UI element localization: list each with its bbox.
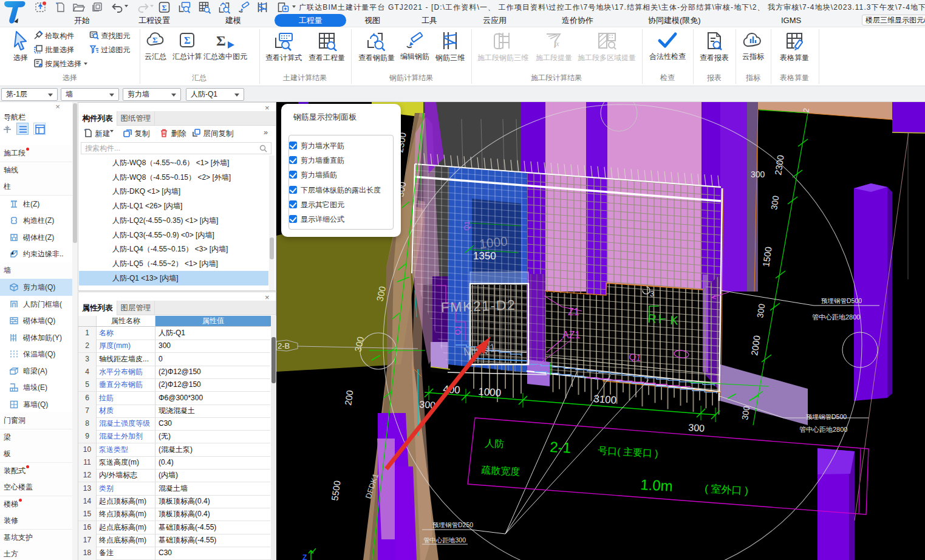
- svg-text:管中心距地2800: 管中心距地2800: [812, 313, 860, 321]
- svg-text:疏散宽度: 疏散宽度: [481, 465, 521, 477]
- svg-text:Σ: Σ: [216, 33, 226, 49]
- svg-text:2-1: 2-1: [550, 439, 572, 456]
- svg-text:预埋钢管D500: 预埋钢管D500: [806, 413, 847, 420]
- svg-text:预埋钢管D250: 预埋钢管D250: [432, 521, 473, 528]
- svg-text:R: R: [647, 312, 657, 326]
- svg-text:300: 300: [755, 303, 766, 319]
- svg-text:Z: Z: [302, 553, 307, 560]
- svg-text:200: 200: [343, 389, 355, 406]
- svg-text:管中心距地300: 管中心距地300: [423, 536, 466, 544]
- svg-text:1.0m: 1.0m: [640, 476, 674, 494]
- svg-text:Q1: Q1: [462, 220, 471, 231]
- svg-text:1000: 1000: [478, 386, 502, 399]
- svg-text:3100: 3100: [593, 393, 617, 406]
- svg-text:预埋钢管D500: 预埋钢管D500: [821, 297, 862, 304]
- svg-text:1000: 1000: [479, 234, 508, 251]
- svg-text:Q1: Q1: [453, 325, 462, 335]
- svg-text:FMK21-D2: FMK21-D2: [440, 297, 515, 315]
- svg-text:300: 300: [688, 422, 705, 434]
- svg-text:AZ1: AZ1: [562, 330, 580, 340]
- svg-text:( 室外口 ): ( 室外口 ): [705, 483, 749, 497]
- svg-text:K: K: [670, 313, 679, 327]
- svg-text:2-B: 2-B: [278, 341, 290, 350]
- svg-text:人防: 人防: [485, 438, 505, 449]
- svg-text:fx: fx: [554, 39, 559, 48]
- svg-text:Q1: Q1: [629, 351, 642, 363]
- svg-text:Σ: Σ: [162, 4, 167, 12]
- svg-text:3: 3: [650, 289, 654, 298]
- svg-text:1350: 1350: [473, 250, 496, 262]
- svg-text:300: 300: [740, 405, 751, 421]
- svg-text:管中心距地2800: 管中心距地2800: [799, 426, 847, 433]
- svg-text:300: 300: [751, 169, 765, 179]
- svg-text:300: 300: [769, 195, 780, 211]
- svg-text:Z1: Z1: [568, 307, 579, 317]
